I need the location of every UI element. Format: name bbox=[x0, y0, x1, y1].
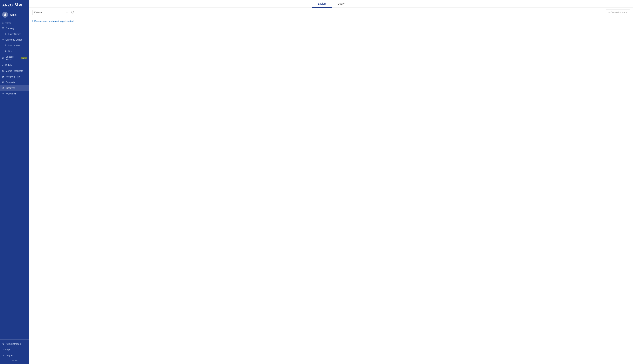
workflows-icon: ✎ bbox=[2, 92, 4, 95]
dataset-select-wrapper: Dataset ▾ bbox=[32, 10, 69, 15]
sidebar-item-link[interactable]: ↳ Link bbox=[0, 48, 29, 54]
version-label: v4.0.0 bbox=[0, 358, 29, 362]
beta-badge: BETA bbox=[21, 57, 27, 59]
sidebar-item-administration[interactable]: ⚙ Administration bbox=[0, 341, 29, 347]
synchronize-icon: ↳ bbox=[5, 44, 7, 47]
content-area: ℹ Please select a dataset to get started… bbox=[29, 17, 633, 364]
home-icon: ⌂ bbox=[2, 21, 4, 24]
sidebar-item-entity-search[interactable]: ↳ Entity Search bbox=[0, 31, 29, 37]
toolbar: Dataset ▾ + Create Instance bbox=[29, 8, 633, 17]
tab-bar: Explore Query bbox=[29, 0, 633, 8]
info-icon: ℹ bbox=[32, 20, 33, 22]
info-message: ℹ Please select a dataset to get started… bbox=[32, 20, 630, 22]
sidebar-item-datasets[interactable]: ⊞ Datasets bbox=[0, 80, 29, 85]
svg-text:ANZO: ANZO bbox=[2, 3, 13, 7]
shapes-editor-icon: ⊟ bbox=[2, 57, 4, 60]
tab-query[interactable]: Query bbox=[332, 0, 350, 8]
sidebar-item-ontology-editor[interactable]: ✎ Ontology Editor bbox=[0, 37, 29, 42]
merge-requests-icon: ✉ bbox=[2, 70, 4, 72]
svg-text:VM: VM bbox=[19, 3, 22, 7]
logout-icon: → bbox=[2, 354, 4, 357]
sidebar: ANZO VM admin ⌂ Home ☰ Catalog ↳ Entity … bbox=[0, 0, 29, 364]
help-icon: ? bbox=[2, 348, 4, 351]
sidebar-item-home[interactable]: ⌂ Home bbox=[0, 20, 29, 26]
svg-point-4 bbox=[4, 14, 6, 15]
main-content: Explore Query Dataset ▾ + Create Instanc… bbox=[29, 0, 633, 364]
sidebar-nav: ⌂ Home ☰ Catalog ↳ Entity Search ✎ Ontol… bbox=[0, 20, 29, 340]
sidebar-item-help[interactable]: ? Help bbox=[0, 347, 29, 352]
sidebar-item-shapes-editor[interactable]: ⊟ Shapes Editor BETA bbox=[0, 54, 29, 62]
sidebar-bottom: ⚙ Administration ? Help → Logout v4.0.0 bbox=[0, 340, 29, 364]
sidebar-item-catalog[interactable]: ☰ Catalog bbox=[0, 26, 29, 31]
svg-point-1 bbox=[16, 3, 18, 6]
administration-icon: ⚙ bbox=[2, 342, 4, 345]
sidebar-item-merge-requests[interactable]: ✉ Merge Requests bbox=[0, 68, 29, 74]
tab-explore[interactable]: Explore bbox=[312, 0, 332, 8]
user-profile[interactable]: admin bbox=[0, 10, 29, 20]
sidebar-item-logout[interactable]: → Logout bbox=[0, 352, 29, 358]
mapping-tool-icon: ▣ bbox=[2, 75, 4, 78]
datasets-icon: ⊞ bbox=[2, 81, 4, 84]
logo: ANZO VM bbox=[0, 0, 29, 10]
sidebar-item-publish[interactable]: ◁ Publish bbox=[0, 62, 29, 68]
sidebar-item-workflows[interactable]: ✎ Workflows bbox=[0, 91, 29, 96]
info-message-text: Please select a dataset to get started. bbox=[34, 20, 74, 22]
sidebar-item-synchronize[interactable]: ↳ Synchronize bbox=[0, 42, 29, 48]
avatar bbox=[2, 12, 8, 18]
ontology-editor-icon: ✎ bbox=[2, 38, 4, 41]
sidebar-item-mapping-tool[interactable]: ▣ Mapping Tool bbox=[0, 74, 29, 80]
publish-icon: ◁ bbox=[2, 64, 4, 66]
catalog-icon: ☰ bbox=[2, 27, 4, 30]
entity-search-icon: ↳ bbox=[5, 33, 7, 36]
sidebar-item-discover[interactable]: ⊙ Discover bbox=[0, 85, 29, 91]
create-instance-button[interactable]: + Create Instance bbox=[606, 10, 630, 15]
dataset-select[interactable]: Dataset bbox=[32, 10, 69, 15]
svg-line-2 bbox=[18, 5, 18, 6]
refresh-button[interactable] bbox=[70, 10, 75, 15]
link-icon: ↳ bbox=[5, 50, 7, 52]
discover-icon: ⊙ bbox=[2, 86, 4, 89]
username: admin bbox=[10, 13, 16, 16]
